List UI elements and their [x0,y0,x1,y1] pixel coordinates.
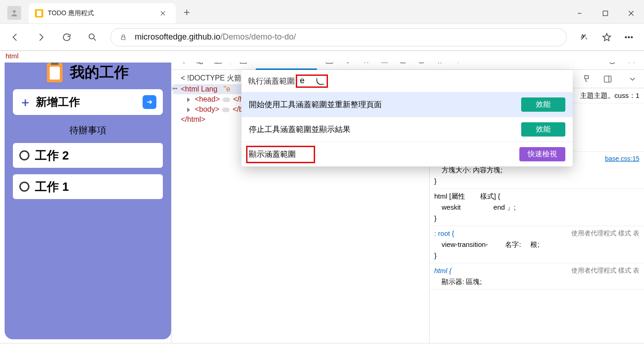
style-rule[interactable]: 使用者代理程式 樣式 表 html { 顯示器: 區塊; [430,263,644,290]
profile-avatar[interactable] [7,6,21,20]
style-rule[interactable]: html [屬性 樣式] { weskit end 」; } [430,189,644,226]
expand-caret-icon[interactable] [187,97,190,102]
command-menu-item[interactable]: 開始使用工具涵蓋範圍並重新整理頁面 效能 [242,92,573,117]
expand-caret-icon[interactable] [187,108,190,112]
task-label: 工作 1 [35,179,69,195]
app-title: 我的工作 [70,63,129,83]
clipboard-icon [47,63,63,82]
styles-toggle-icon[interactable] [602,73,614,85]
source-link[interactable]: base.css:15 [605,154,639,164]
task-checkbox[interactable] [19,150,29,160]
command-menu-item[interactable]: 停止工具涵蓋範圍並顯示結果 效能 [242,117,573,142]
task-label: 工作 2 [35,148,69,164]
lock-icon [119,33,127,41]
window-minimize-button[interactable] [567,3,592,23]
plus-icon: ＋ [19,94,31,110]
dom-breadcrumbs[interactable]: html [0,51,644,63]
dom-line: < !DOCTYPE 火箭 [181,74,242,82]
back-button[interactable] [7,29,23,45]
browser-toolbar: microsoftedge.github.io/Demos/demo-to-do… [0,24,644,51]
add-task-input[interactable]: ＋ 新增工作 [13,89,163,115]
command-menu-popup: 執行涵蓋範圍 e 開始使用工具涵蓋範圍並重新整理頁面 效能 停止工具涵蓋範圍並顯… [242,70,573,166]
command-item-badge: 效能 [521,97,565,112]
address-bar[interactable]: microsoftedge.github.io/Demos/demo-to-do… [110,28,567,46]
highlight-box [246,146,315,163]
window-titlebar: TODO 應用程式 [0,0,644,24]
styles-brush-icon[interactable] [581,73,592,85]
highlight-box: e [296,74,328,88]
url-text: microsoftedge.github.io/Demos/demo-to-do… [135,32,296,42]
task-item[interactable]: 工作 1 [13,174,163,199]
svg-rect-1 [603,11,608,16]
svg-rect-3 [121,37,125,40]
favicon-clipboard-icon [35,9,43,17]
ellipsis-icon [223,97,230,102]
submit-task-button[interactable] [143,95,156,109]
new-tab-button[interactable] [178,3,196,22]
devtools-panel: </> Elements < !DOCTYPE 火箭 [171,51,644,343]
more-menu-button[interactable] [621,29,637,45]
app-header: 我的工作 [13,63,163,83]
forward-button[interactable] [33,29,49,45]
svg-text:A⁾⁾: A⁾⁾ [581,34,586,39]
search-button[interactable] [85,29,100,45]
main-content: 我的工作 ＋ 新增工作 待辦事項 工作 2 工作 1 </> [0,51,644,343]
svg-point-7 [631,36,632,38]
task-item[interactable]: 工作 2 [13,143,163,168]
command-item-badge: 快速檢視 [519,147,565,161]
task-checkbox[interactable] [19,182,29,192]
status-bar [0,343,644,354]
svg-point-2 [89,34,94,39]
todo-section-label: 待辦事項 [13,124,163,137]
window-close-button[interactable] [618,3,644,23]
read-aloud-button[interactable]: A⁾⁾ [577,29,592,45]
svg-point-0 [13,10,16,13]
devtools-body: < !DOCTYPE 火箭 <html Lang "e <head> </h <… [172,70,644,343]
todo-app-panel: 我的工作 ＋ 新增工作 待辦事項 工作 2 工作 1 [5,54,171,339]
command-menu-input[interactable]: 執行涵蓋範圍 e [242,70,573,92]
svg-rect-20 [604,76,611,82]
svg-point-6 [628,36,630,38]
user-agent-label: 使用者代理程式 樣式 表 [571,228,639,238]
tab-title: TODO 應用程式 [48,9,94,17]
window-controls [567,3,644,23]
refresh-button[interactable] [59,29,75,45]
svg-point-5 [625,36,627,38]
command-item-label: 開始使用工具涵蓋範圍並重新整理頁面 [249,99,382,110]
favorite-button[interactable] [599,29,615,45]
command-item-label: 停止工具涵蓋範圍並顯示結果 [249,124,351,135]
command-item-badge: 效能 [521,122,565,137]
command-menu-item[interactable]: 顯示涵蓋範圍 快速檢視 [242,142,573,166]
user-agent-label: 使用者代理程式 樣式 表 [571,265,639,275]
ellipsis-icon [222,108,230,112]
add-task-label: 新增工作 [36,95,80,109]
window-restore-button[interactable] [592,3,618,23]
chevron-down-icon[interactable] [627,73,638,85]
tab-close-button[interactable] [156,7,169,20]
browser-tab[interactable]: TODO 應用程式 [29,3,176,23]
style-rule[interactable]: 使用者代理程式 樣式 表 : root { view-transition- 名… [430,226,644,263]
